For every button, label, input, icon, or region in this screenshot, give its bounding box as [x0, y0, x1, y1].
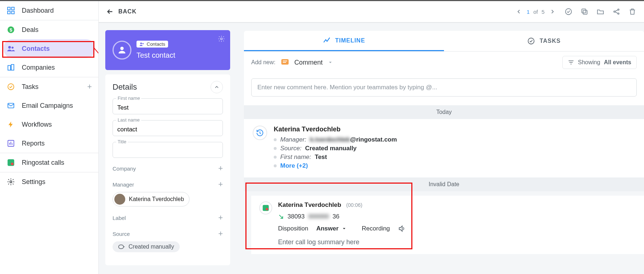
- timeline-column: TIMELINE TASKS Add new: Comment Showing …: [237, 23, 644, 274]
- comment-input-wrap: Enter new comment here. Mention your tea…: [244, 73, 644, 105]
- source-chip: Created manually: [113, 241, 180, 252]
- tag-icon: [118, 244, 125, 249]
- pager-current: 1: [527, 9, 530, 15]
- filter-button[interactable]: Showing All events: [562, 56, 637, 69]
- trash-icon[interactable]: [628, 7, 637, 16]
- call-log-entry: Katerina Tverdochleb (00:06) 38093000000…: [251, 196, 644, 254]
- svg-rect-9: [11, 65, 14, 70]
- gear-icon: [7, 177, 15, 186]
- svg-point-30: [266, 208, 268, 210]
- first-name-field[interactable]: First name: [113, 98, 223, 114]
- company-prop: Company+: [113, 164, 223, 173]
- add-source-icon[interactable]: +: [218, 229, 223, 238]
- sidebar-item-reports[interactable]: Reports: [0, 134, 98, 153]
- share-icon[interactable]: [612, 7, 621, 16]
- sidebar-item-ringostat[interactable]: Ringostat calls: [0, 153, 98, 172]
- sidebar-item-companies[interactable]: Companies: [0, 58, 98, 77]
- copy-icon[interactable]: [580, 7, 589, 16]
- manager-avatar: [114, 194, 125, 205]
- comment-type-dropdown-icon[interactable]: [328, 60, 333, 65]
- sidebar-label: Settings: [22, 178, 45, 186]
- tabs: TIMELINE TASKS: [244, 31, 644, 52]
- svg-rect-18: [582, 9, 586, 13]
- history-icon: [253, 126, 267, 140]
- sidebar-label: Reports: [22, 140, 45, 147]
- sidebar-item-email[interactable]: Email Campaigns: [0, 96, 98, 115]
- comment-input[interactable]: Enter new comment here. Mention your tea…: [251, 78, 637, 97]
- svg-rect-3: [12, 11, 14, 14]
- last-name-field[interactable]: Last name: [113, 120, 223, 136]
- chart-icon: [7, 139, 15, 148]
- ringostat-call-icon: [259, 201, 272, 214]
- disposition-select[interactable]: Answer: [316, 225, 346, 232]
- svg-rect-2: [8, 11, 10, 14]
- call-duration: (00:06): [346, 202, 362, 208]
- comment-type-icon[interactable]: [281, 58, 289, 67]
- outgoing-call-icon: [278, 214, 284, 220]
- detail-column: Contacts Test contact Details First name: [99, 23, 237, 274]
- svg-rect-26: [119, 245, 124, 249]
- pager-prev[interactable]: [514, 7, 523, 16]
- companies-icon: [7, 63, 15, 72]
- sidebar-item-settings[interactable]: Settings: [0, 172, 98, 191]
- manager-prop: Manager+ Katerina Tverdochleb: [113, 180, 223, 206]
- svg-point-15: [10, 181, 12, 183]
- arrow-annotation: [94, 48, 99, 62]
- svg-point-22: [120, 47, 123, 50]
- tab-timeline[interactable]: TIMELINE: [244, 31, 444, 51]
- svg-point-24: [142, 43, 144, 44]
- add-manager-icon[interactable]: +: [218, 180, 223, 189]
- svg-rect-29: [263, 205, 269, 211]
- svg-point-16: [566, 9, 572, 15]
- tab-tasks[interactable]: TASKS: [444, 31, 644, 51]
- details-heading: Details: [113, 82, 137, 92]
- call-number: 3809300000036: [278, 213, 636, 220]
- card-settings-icon[interactable]: [218, 35, 225, 42]
- contacts-small-icon: [139, 42, 144, 47]
- check-icon[interactable]: [564, 7, 573, 16]
- sidebar-item-contacts[interactable]: Contacts: [4, 39, 95, 58]
- sidebar-label: Email Campaigns: [22, 102, 73, 110]
- svg-point-19: [614, 11, 615, 12]
- label-prop: Label+: [113, 213, 223, 222]
- sidebar-item-tasks[interactable]: Tasks +: [0, 77, 98, 96]
- contact-header-card: Contacts Test contact: [105, 30, 230, 70]
- svg-point-6: [8, 46, 11, 49]
- more-link[interactable]: More (+2): [280, 162, 308, 169]
- contact-name: Test contact: [136, 51, 175, 60]
- sidebar-item-dashboard[interactable]: Dashboard: [0, 1, 98, 20]
- collapse-icon[interactable]: [211, 81, 223, 93]
- pager-next[interactable]: [548, 7, 557, 16]
- comment-type-label[interactable]: Comment: [294, 59, 323, 66]
- svg-point-14: [11, 163, 13, 165]
- svg-rect-17: [583, 10, 587, 14]
- contacts-icon: [7, 44, 15, 53]
- svg-point-21: [618, 13, 619, 15]
- title-field[interactable]: Title: [113, 142, 223, 158]
- svg-point-27: [528, 38, 534, 44]
- contact-chip: Contacts: [136, 41, 168, 48]
- body: Contacts Test contact Details First name: [99, 23, 644, 274]
- sidebar-label: Companies: [22, 64, 55, 71]
- sidebar: Dashboard $ Deals Contacts Companies Tas…: [0, 1, 99, 274]
- sidebar-label: Contacts: [22, 45, 50, 53]
- ringostat-icon: [7, 158, 15, 167]
- svg-point-20: [618, 9, 619, 11]
- details-panel: Details First name Last name Title: [105, 74, 230, 265]
- call-summary-input[interactable]: Enter call log summary here: [278, 238, 636, 246]
- title-input[interactable]: [113, 142, 223, 158]
- back-button[interactable]: BACK: [106, 8, 136, 16]
- main: BACK 1 of 5: [99, 1, 644, 274]
- sidebar-item-workflows[interactable]: Workflows: [0, 115, 98, 134]
- svg-rect-1: [12, 7, 14, 10]
- folder-icon[interactable]: [596, 7, 605, 16]
- app-root: Dashboard $ Deals Contacts Companies Tas…: [0, 0, 644, 274]
- add-label-icon[interactable]: +: [218, 213, 223, 222]
- tasks-icon: [7, 82, 15, 91]
- divider-invalid: Invalid Date: [244, 177, 644, 191]
- add-company-icon[interactable]: +: [218, 164, 223, 173]
- add-task-icon[interactable]: +: [87, 82, 92, 91]
- manager-chip[interactable]: Katerina Tverdochleb: [113, 192, 189, 206]
- sidebar-item-deals[interactable]: $ Deals: [0, 20, 98, 39]
- play-recording-icon[interactable]: [398, 225, 406, 233]
